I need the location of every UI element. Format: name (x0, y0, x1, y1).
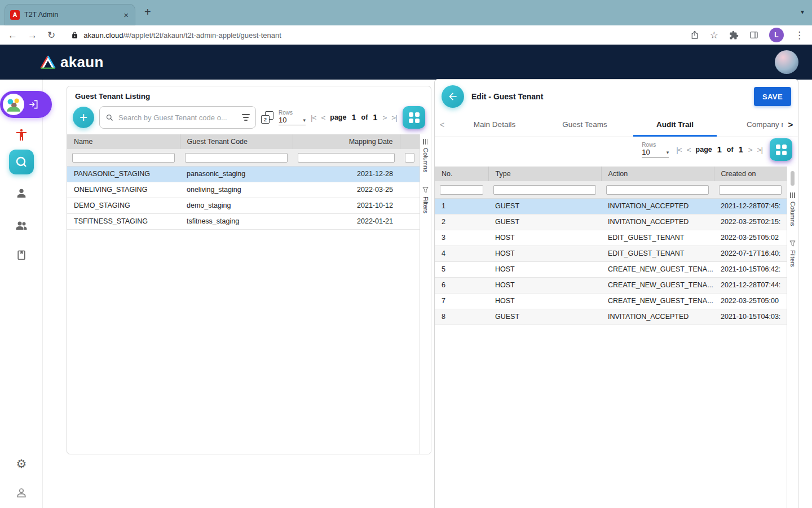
screen: A T2T Admin × + ▾ ← → ↻ akaun.cloud/#/ap… (0, 0, 812, 508)
bookmark-star-icon[interactable]: ☆ (710, 30, 718, 40)
column-filter-input[interactable] (72, 153, 175, 163)
back-button-teal[interactable] (442, 85, 464, 108)
table-cell: 2022-07-17T16:40: (714, 246, 787, 261)
column-filter-input[interactable] (606, 185, 709, 195)
sidebar-item-active-module[interactable] (9, 150, 34, 174)
table-row[interactable]: TSFITNESS_STAGINGtsfitness_staging2022-0… (67, 213, 420, 229)
total-pages: 1 (739, 145, 743, 154)
save-button[interactable]: SAVE (754, 87, 791, 106)
table-cell: DEMO_STAGING (67, 198, 180, 213)
grid-view-button[interactable] (770, 138, 792, 161)
user-avatar[interactable] (775, 50, 798, 74)
share-icon[interactable] (690, 30, 699, 40)
column-header-action[interactable]: Action (601, 167, 714, 181)
side-panel-icon[interactable] (749, 30, 758, 40)
reload-button[interactable]: ↻ (47, 30, 55, 40)
sidebar-item-ledger[interactable] (0, 249, 43, 261)
first-page-button[interactable]: |< (311, 113, 316, 122)
prev-page-button[interactable]: < (687, 146, 691, 154)
page-word: page (696, 146, 712, 154)
tab-main-details[interactable]: Main Details (449, 112, 540, 137)
browser-tab[interactable]: A T2T Admin × (5, 4, 135, 25)
table-cell: GUEST (488, 309, 601, 325)
table-row[interactable]: 8GUESTINVITATION_ACCEPTED2021-10-15T04:0… (435, 309, 787, 325)
tab-title: T2T Admin (24, 11, 122, 19)
sidebar-item-tenant-switch[interactable] (0, 91, 52, 118)
column-filter-input[interactable] (719, 185, 782, 195)
column-filter-input[interactable] (405, 153, 414, 163)
table-row[interactable]: 3HOSTEDIT_GUEST_TENANT2022-03-25T05:02 (435, 230, 787, 246)
forward-button[interactable]: → (28, 30, 37, 40)
table-row[interactable]: 5HOSTCREATE_NEW_GUEST_TENA...2021-10-15T… (435, 261, 787, 277)
prev-page-button[interactable]: < (321, 113, 325, 122)
rows-per-page-select[interactable]: Rows 10▾ (279, 110, 306, 125)
tab-guest-teams[interactable]: Guest Teams (540, 112, 630, 137)
last-page-button[interactable]: >| (757, 146, 762, 154)
url-path: /#/applet/t2t/akaun/t2t-admin-applet/gue… (123, 31, 281, 40)
column-header-code[interactable]: Guest Tenant Code (180, 134, 293, 149)
sidebar-item-profile[interactable] (0, 487, 43, 499)
next-page-button[interactable]: > (382, 113, 386, 122)
sidebar-item-red-module[interactable] (0, 128, 43, 142)
column-filter-input[interactable] (298, 153, 395, 163)
grid-view-button[interactable] (403, 106, 425, 129)
table-row[interactable]: 6HOSTCREATE_NEW_GUEST_TENA...2021-12-28T… (435, 277, 787, 293)
tab-company[interactable]: Company r (720, 112, 783, 137)
table-cell: 1 (435, 198, 488, 214)
rows-per-page-select[interactable]: Rows 10▾ (642, 142, 669, 157)
table-row[interactable]: PANASONIC_STAGINGpanasonic_staging2021-1… (67, 166, 420, 182)
table-cell: 4 (435, 246, 488, 261)
last-page-button[interactable]: >| (391, 113, 396, 122)
guest-tenant-listing-panel: Guest Tenant Listing + 2 Rows 10▾ |< < p… (67, 86, 431, 454)
table-row[interactable]: 4HOSTEDIT_GUEST_TENANT2022-07-17T16:40: (435, 246, 787, 261)
tab-search-chevron-icon[interactable]: ▾ (801, 8, 804, 16)
column-header-mapping-date[interactable]: Mapping Date (293, 134, 400, 149)
address-bar[interactable]: akaun.cloud/#/applet/t2t/akaun/t2t-admin… (71, 31, 690, 40)
column-filter-input[interactable] (440, 185, 483, 195)
add-guest-tenant-button[interactable]: + (73, 107, 94, 128)
book-icon (16, 249, 27, 261)
column-header-created-on[interactable]: Created on (714, 167, 787, 181)
columns-strip-toggle[interactable]: Columns (422, 139, 429, 172)
listing-toolbar: + 2 Rows 10▾ |< < page 1 of 1 > (67, 105, 431, 134)
column-header-name[interactable]: Name (67, 134, 180, 149)
vertical-scrollbar-thumb[interactable] (791, 171, 795, 186)
column-filter-input[interactable] (185, 153, 288, 163)
tab-close-icon[interactable]: × (122, 10, 130, 20)
tabs-scroll-right-icon[interactable]: > (783, 112, 798, 137)
table-row[interactable]: 2GUESTINVITATION_ACCEPTED2022-03-25T02:1… (435, 214, 787, 230)
sidebar-item-teams[interactable] (0, 218, 43, 232)
column-header-no[interactable]: No. (435, 167, 488, 181)
tab-audit-trail[interactable]: Audit Trail (630, 112, 720, 137)
table-row[interactable]: DEMO_STAGINGdemo_staging2021-10-12 (67, 198, 420, 213)
table-cell: 2022-03-25T05:00 (714, 293, 787, 309)
table-row[interactable]: ONELIVING_STAGINGoneliving_staging2022-0… (67, 182, 420, 198)
browser-profile-avatar[interactable]: L (769, 28, 784, 42)
sidebar-item-settings[interactable]: ⚙ (0, 458, 43, 470)
table-row[interactable]: 7HOSTCREATE_NEW_GUEST_TENA...2022-03-25T… (435, 293, 787, 309)
pagination: |< < page 1 of 1 > >| (311, 113, 397, 122)
filter-list-icon[interactable] (242, 114, 250, 121)
tabs-scroll-left-icon[interactable]: < (435, 112, 449, 137)
next-page-button[interactable]: > (748, 146, 752, 154)
column-filter-input[interactable] (493, 185, 596, 195)
table-cell: HOST (488, 261, 601, 277)
filters-strip-toggle[interactable]: Filters (422, 187, 429, 213)
table-row[interactable]: 1GUESTINVITATION_ACCEPTED2021-12-28T07:4… (435, 198, 787, 214)
search-box[interactable] (99, 106, 256, 129)
columns-strip-toggle[interactable]: Columns (789, 192, 796, 226)
column-header-type[interactable]: Type (488, 167, 601, 181)
caret-down-icon: ▾ (303, 117, 306, 123)
audit-trail-table: No. Type Action Created on 1GUESTINVIT (435, 167, 787, 325)
sidebar-item-user[interactable] (0, 187, 43, 199)
menu-dots-icon[interactable]: ⋮ (795, 30, 804, 40)
new-tab-button[interactable]: + (144, 6, 151, 19)
extensions-puzzle-icon[interactable] (729, 30, 739, 40)
app-sidebar: ⚙ (0, 80, 43, 508)
pages-icon[interactable]: 2 (261, 111, 273, 124)
filters-strip-toggle[interactable]: Filters (789, 240, 796, 267)
table-cell: 2021-12-28T07:45: (714, 198, 787, 214)
search-input[interactable] (118, 113, 237, 122)
first-page-button[interactable]: |< (676, 146, 681, 154)
back-button[interactable]: ← (8, 30, 17, 40)
